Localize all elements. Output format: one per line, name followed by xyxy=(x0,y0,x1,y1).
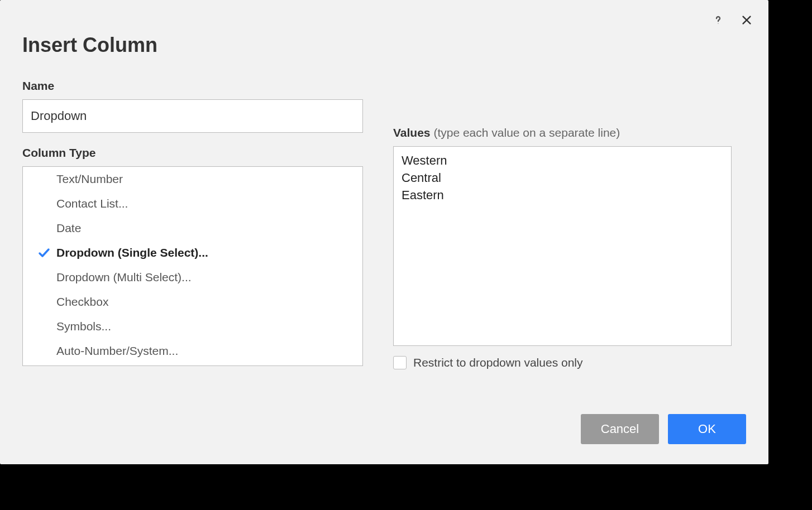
column-type-option-label: Contact List... xyxy=(56,197,128,210)
help-button[interactable] xyxy=(709,11,727,31)
restrict-label[interactable]: Restrict to dropdown values only xyxy=(413,356,583,369)
column-type-option-label: Dropdown (Single Select)... xyxy=(56,246,208,259)
column-type-label: Column Type xyxy=(22,146,363,160)
column-type-option-label: Checkbox xyxy=(56,295,108,309)
cancel-button[interactable]: Cancel xyxy=(581,414,659,444)
column-type-option[interactable]: Contact List... xyxy=(23,191,362,216)
close-icon xyxy=(741,14,753,29)
column-type-option-label: Auto-Number/System... xyxy=(56,344,178,358)
column-type-option[interactable]: Checkbox xyxy=(23,290,362,314)
name-label: Name xyxy=(22,79,363,93)
check-icon xyxy=(32,246,56,259)
values-label: Values (type each value on a separate li… xyxy=(393,126,732,139)
ok-button[interactable]: OK xyxy=(668,414,746,444)
help-icon xyxy=(711,15,725,30)
column-type-option[interactable]: Symbols... xyxy=(23,314,362,339)
column-type-option[interactable]: Auto-Number/System... xyxy=(23,339,362,363)
column-type-option-label: Dropdown (Multi Select)... xyxy=(56,271,192,284)
restrict-checkbox[interactable] xyxy=(393,356,407,369)
dialog-header-actions xyxy=(709,11,755,31)
svg-point-0 xyxy=(718,23,718,23)
column-type-option-label: Symbols... xyxy=(56,320,111,333)
values-label-text: Values xyxy=(393,126,433,139)
column-type-option[interactable]: Text/Number xyxy=(23,167,362,191)
column-type-option[interactable]: Dropdown (Multi Select)... xyxy=(23,265,362,290)
dialog-footer: Cancel OK xyxy=(581,414,746,444)
column-type-list[interactable]: Text/NumberContact List...DateDropdown (… xyxy=(22,166,363,366)
name-input[interactable] xyxy=(22,99,363,133)
column-type-option-label: Date xyxy=(56,222,81,235)
column-type-option[interactable]: Date xyxy=(23,216,362,240)
close-button[interactable] xyxy=(738,12,755,31)
column-type-option-label: Text/Number xyxy=(56,172,123,186)
values-textarea[interactable] xyxy=(393,146,732,346)
values-hint: (type each value on a separate line) xyxy=(433,126,620,139)
column-type-option[interactable]: Dropdown (Single Select)... xyxy=(23,240,362,265)
dialog-title: Insert Column xyxy=(22,33,746,57)
insert-column-dialog: Insert Column Name Column Type Text/Numb… xyxy=(0,0,768,464)
